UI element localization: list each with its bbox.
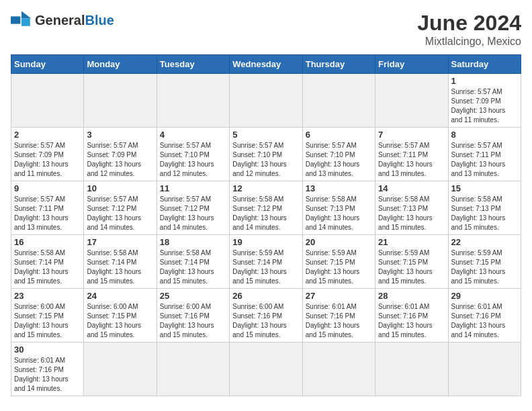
calendar-day xyxy=(157,342,229,396)
day-info: Sunrise: 6:01 AM Sunset: 7:16 PM Dayligh… xyxy=(451,302,518,340)
day-info: Sunrise: 5:58 AM Sunset: 7:13 PM Dayligh… xyxy=(378,195,445,232)
day-info: Sunrise: 5:57 AM Sunset: 7:11 PM Dayligh… xyxy=(451,141,518,179)
day-info: Sunrise: 5:58 AM Sunset: 7:13 PM Dayligh… xyxy=(306,195,372,232)
day-number: 7 xyxy=(378,130,445,140)
calendar-day: 20Sunrise: 5:59 AM Sunset: 7:15 PM Dayli… xyxy=(302,235,375,289)
day-number: 27 xyxy=(306,291,372,301)
calendar-day: 8Sunrise: 5:57 AM Sunset: 7:11 PM Daylig… xyxy=(448,128,521,181)
day-number: 25 xyxy=(160,291,226,301)
calendar-day: 11Sunrise: 5:57 AM Sunset: 7:12 PM Dayli… xyxy=(157,181,229,235)
day-number: 17 xyxy=(87,237,153,247)
calendar-day: 4Sunrise: 5:57 AM Sunset: 7:10 PM Daylig… xyxy=(157,128,229,181)
day-info: Sunrise: 5:57 AM Sunset: 7:10 PM Dayligh… xyxy=(160,141,226,179)
calendar-day xyxy=(157,74,229,128)
day-info: Sunrise: 5:57 AM Sunset: 7:09 PM Dayligh… xyxy=(87,141,153,179)
day-number: 10 xyxy=(87,183,153,193)
day-number: 22 xyxy=(451,237,518,247)
day-info: Sunrise: 5:58 AM Sunset: 7:14 PM Dayligh… xyxy=(14,248,81,286)
calendar-day xyxy=(84,342,157,396)
calendar-week-row: 9Sunrise: 5:57 AM Sunset: 7:11 PM Daylig… xyxy=(11,181,521,235)
header-monday: Monday xyxy=(84,55,157,74)
day-info: Sunrise: 6:00 AM Sunset: 7:16 PM Dayligh… xyxy=(232,302,299,340)
day-info: Sunrise: 5:57 AM Sunset: 7:09 PM Dayligh… xyxy=(14,141,81,179)
day-number: 23 xyxy=(14,291,81,301)
calendar-day: 29Sunrise: 6:01 AM Sunset: 7:16 PM Dayli… xyxy=(448,289,521,342)
day-number: 28 xyxy=(378,291,445,301)
day-info: Sunrise: 5:58 AM Sunset: 7:12 PM Dayligh… xyxy=(232,195,299,232)
header-tuesday: Tuesday xyxy=(157,55,229,74)
calendar-day: 27Sunrise: 6:01 AM Sunset: 7:16 PM Dayli… xyxy=(302,289,375,342)
day-number: 1 xyxy=(451,76,518,86)
calendar-day: 13Sunrise: 5:58 AM Sunset: 7:13 PM Dayli… xyxy=(302,181,375,235)
day-number: 4 xyxy=(160,130,226,140)
day-number: 29 xyxy=(451,291,518,301)
calendar-day: 25Sunrise: 6:00 AM Sunset: 7:16 PM Dayli… xyxy=(157,289,229,342)
day-info: Sunrise: 5:58 AM Sunset: 7:14 PM Dayligh… xyxy=(87,248,153,286)
calendar-day xyxy=(375,74,448,128)
day-number: 9 xyxy=(14,183,81,193)
day-info: Sunrise: 5:58 AM Sunset: 7:13 PM Dayligh… xyxy=(451,195,518,232)
calendar-day: 24Sunrise: 6:00 AM Sunset: 7:15 PM Dayli… xyxy=(84,289,157,342)
calendar-day: 5Sunrise: 5:57 AM Sunset: 7:10 PM Daylig… xyxy=(230,128,302,181)
day-info: Sunrise: 5:59 AM Sunset: 7:15 PM Dayligh… xyxy=(451,248,518,286)
day-number: 5 xyxy=(232,130,299,140)
day-number: 24 xyxy=(87,291,153,301)
calendar-day: 10Sunrise: 5:57 AM Sunset: 7:12 PM Dayli… xyxy=(84,181,157,235)
header-wednesday: Wednesday xyxy=(230,55,302,74)
day-info: Sunrise: 5:57 AM Sunset: 7:10 PM Dayligh… xyxy=(306,141,372,179)
header-thursday: Thursday xyxy=(302,55,375,74)
day-info: Sunrise: 6:01 AM Sunset: 7:16 PM Dayligh… xyxy=(378,302,445,340)
day-info: Sunrise: 5:57 AM Sunset: 7:12 PM Dayligh… xyxy=(160,195,226,232)
calendar-week-row: 23Sunrise: 6:00 AM Sunset: 7:15 PM Dayli… xyxy=(11,289,521,342)
day-number: 30 xyxy=(14,345,81,355)
day-number: 8 xyxy=(451,130,518,140)
calendar-day: 23Sunrise: 6:00 AM Sunset: 7:15 PM Dayli… xyxy=(11,289,84,342)
calendar-day: 30Sunrise: 6:01 AM Sunset: 7:16 PM Dayli… xyxy=(11,342,84,396)
day-number: 16 xyxy=(14,237,81,247)
calendar-day xyxy=(375,342,448,396)
calendar-day: 6Sunrise: 5:57 AM Sunset: 7:10 PM Daylig… xyxy=(302,128,375,181)
day-number: 20 xyxy=(306,237,372,247)
day-number: 2 xyxy=(14,130,81,140)
calendar-day: 18Sunrise: 5:58 AM Sunset: 7:14 PM Dayli… xyxy=(157,235,229,289)
calendar-day: 3Sunrise: 5:57 AM Sunset: 7:09 PM Daylig… xyxy=(84,128,157,181)
calendar-day xyxy=(230,74,302,128)
day-info: Sunrise: 6:00 AM Sunset: 7:16 PM Dayligh… xyxy=(160,302,226,340)
header-friday: Friday xyxy=(375,55,448,74)
logo-text: GeneralBlue xyxy=(35,13,114,28)
day-info: Sunrise: 5:59 AM Sunset: 7:14 PM Dayligh… xyxy=(232,248,299,286)
calendar-day: 9Sunrise: 5:57 AM Sunset: 7:11 PM Daylig… xyxy=(11,181,84,235)
calendar-day: 16Sunrise: 5:58 AM Sunset: 7:14 PM Dayli… xyxy=(11,235,84,289)
day-info: Sunrise: 5:59 AM Sunset: 7:15 PM Dayligh… xyxy=(306,248,372,286)
calendar-day: 7Sunrise: 5:57 AM Sunset: 7:11 PM Daylig… xyxy=(375,128,448,181)
location-title: Mixtlalcingo, Mexico xyxy=(417,36,521,48)
day-number: 3 xyxy=(87,130,153,140)
day-number: 6 xyxy=(306,130,372,140)
day-number: 26 xyxy=(232,291,299,301)
day-info: Sunrise: 6:00 AM Sunset: 7:15 PM Dayligh… xyxy=(87,302,153,340)
calendar-day: 15Sunrise: 5:58 AM Sunset: 7:13 PM Dayli… xyxy=(448,181,521,235)
svg-marker-1 xyxy=(21,11,31,18)
calendar-day: 28Sunrise: 6:01 AM Sunset: 7:16 PM Dayli… xyxy=(375,289,448,342)
svg-marker-2 xyxy=(21,19,30,26)
day-info: Sunrise: 5:57 AM Sunset: 7:09 PM Dayligh… xyxy=(451,87,518,125)
header: GeneralBlue June 2024 Mixtlalcingo, Mexi… xyxy=(11,11,521,48)
day-number: 11 xyxy=(160,183,226,193)
calendar-day: 17Sunrise: 5:58 AM Sunset: 7:14 PM Dayli… xyxy=(84,235,157,289)
day-number: 19 xyxy=(232,237,299,247)
day-info: Sunrise: 5:58 AM Sunset: 7:14 PM Dayligh… xyxy=(160,248,226,286)
header-sunday: Sunday xyxy=(11,55,84,74)
calendar-day: 22Sunrise: 5:59 AM Sunset: 7:15 PM Dayli… xyxy=(448,235,521,289)
day-number: 15 xyxy=(451,183,518,193)
title-area: June 2024 Mixtlalcingo, Mexico xyxy=(417,11,521,48)
day-info: Sunrise: 5:59 AM Sunset: 7:15 PM Dayligh… xyxy=(378,248,445,286)
calendar-day xyxy=(230,342,302,396)
day-number: 13 xyxy=(306,183,372,193)
calendar-day: 2Sunrise: 5:57 AM Sunset: 7:09 PM Daylig… xyxy=(11,128,84,181)
calendar-week-row: 16Sunrise: 5:58 AM Sunset: 7:14 PM Dayli… xyxy=(11,235,521,289)
calendar-day: 21Sunrise: 5:59 AM Sunset: 7:15 PM Dayli… xyxy=(375,235,448,289)
calendar-day: 1Sunrise: 5:57 AM Sunset: 7:09 PM Daylig… xyxy=(448,74,521,128)
calendar-week-row: 2Sunrise: 5:57 AM Sunset: 7:09 PM Daylig… xyxy=(11,128,521,181)
calendar-day: 19Sunrise: 5:59 AM Sunset: 7:14 PM Dayli… xyxy=(230,235,302,289)
calendar: Sunday Monday Tuesday Wednesday Thursday… xyxy=(11,54,521,396)
